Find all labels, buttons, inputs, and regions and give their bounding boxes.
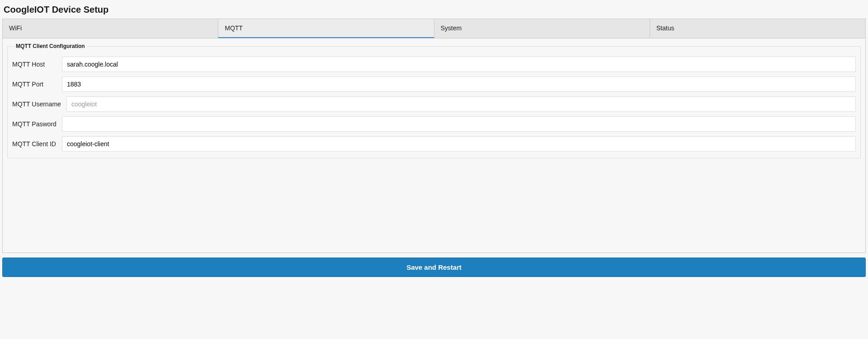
input-mqtt-port[interactable] bbox=[62, 76, 856, 92]
tab-system[interactable]: System bbox=[434, 19, 650, 38]
label-mqtt-username: MQTT Username bbox=[12, 100, 66, 108]
input-mqtt-username[interactable] bbox=[66, 96, 856, 112]
label-mqtt-client-id: MQTT Client ID bbox=[12, 140, 62, 148]
tab-wifi[interactable]: WiFi bbox=[3, 19, 218, 38]
row-mqtt-username: MQTT Username bbox=[12, 96, 856, 112]
tab-mqtt[interactable]: MQTT bbox=[218, 19, 434, 38]
footer-bar: Save and Restart bbox=[2, 258, 866, 277]
label-mqtt-password: MQTT Pasword bbox=[12, 120, 62, 128]
mqtt-config-legend: MQTT Client Configuration bbox=[14, 43, 87, 49]
tab-status[interactable]: Status bbox=[650, 19, 865, 38]
row-mqtt-password: MQTT Pasword bbox=[12, 116, 856, 132]
tab-bar: WiFi MQTT System Status bbox=[2, 19, 866, 38]
page-title: CoogleIOT Device Setup bbox=[2, 2, 866, 19]
row-mqtt-host: MQTT Host bbox=[12, 57, 856, 72]
input-mqtt-host[interactable] bbox=[62, 57, 856, 72]
input-mqtt-client-id[interactable] bbox=[62, 136, 856, 152]
mqtt-config-fieldset: MQTT Client Configuration MQTT Host MQTT… bbox=[7, 43, 861, 158]
save-restart-button[interactable]: Save and Restart bbox=[2, 258, 866, 277]
input-mqtt-password[interactable] bbox=[62, 116, 856, 132]
label-mqtt-host: MQTT Host bbox=[12, 61, 62, 68]
row-mqtt-client-id: MQTT Client ID bbox=[12, 136, 856, 152]
label-mqtt-port: MQTT Port bbox=[12, 81, 62, 88]
tab-panel-mqtt: MQTT Client Configuration MQTT Host MQTT… bbox=[2, 38, 866, 253]
row-mqtt-port: MQTT Port bbox=[12, 76, 856, 92]
